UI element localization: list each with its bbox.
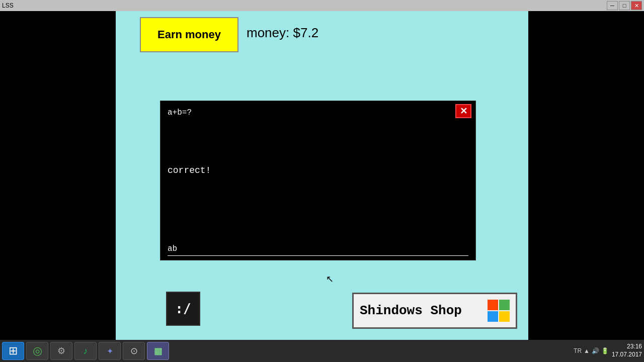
taskbar-lss-button[interactable]: ▦ bbox=[147, 342, 169, 360]
taskbar-right: TR ▲ 🔊 🔋 23:16 17.07.2017 bbox=[574, 343, 642, 358]
taskbar-start-button[interactable]: ⊞ bbox=[2, 342, 24, 360]
title-bar-left: LSS bbox=[2, 2, 14, 9]
main-area: Earn money money: $7.2 ✕ a+b=? correct! … bbox=[116, 11, 528, 340]
steam-icon: ⚙ bbox=[57, 345, 65, 356]
shindows-shop-label: Shindows Shop bbox=[360, 303, 462, 318]
start-icon: ⊞ bbox=[9, 344, 18, 357]
window-title: LSS bbox=[2, 2, 14, 9]
title-bar-controls: ─ □ ✕ bbox=[607, 1, 642, 10]
taskbar-discord-button[interactable]: ✦ bbox=[99, 342, 121, 360]
clock-time: 23:16 bbox=[612, 343, 642, 351]
lss-icon: ▦ bbox=[154, 345, 163, 356]
earn-money-button[interactable]: Earn money bbox=[140, 17, 238, 52]
taskbar-chrome-button[interactable]: ◎ bbox=[26, 342, 48, 360]
taskbar-spotify-button[interactable]: ♪ bbox=[74, 342, 97, 360]
bottom-left-icon[interactable]: :/ bbox=[166, 292, 200, 326]
terminal-window: ✕ a+b=? correct! ab bbox=[160, 101, 476, 260]
money-display: money: $7.2 bbox=[247, 25, 318, 41]
shindows-logo bbox=[488, 300, 510, 322]
terminal-input-area: ab bbox=[168, 244, 468, 256]
logo-quadrant-1 bbox=[488, 300, 498, 310]
taskbar: ⊞ ◎ ⚙ ♪ ✦ ⊙ ▦ TR ▲ 🔊 🔋 23:16 17.07.2017 bbox=[0, 340, 644, 362]
sidebar-left bbox=[0, 11, 116, 340]
spotify-icon: ♪ bbox=[84, 346, 88, 356]
terminal-question: a+b=? bbox=[168, 108, 192, 117]
terminal-input-text: ab bbox=[168, 244, 468, 253]
logo-quadrant-4 bbox=[499, 311, 510, 322]
clock-date: 17.07.2017 bbox=[612, 351, 642, 359]
maximize-button[interactable]: □ bbox=[619, 1, 630, 10]
shindows-shop-button[interactable]: Shindows Shop bbox=[352, 293, 517, 329]
close-button[interactable]: ✕ bbox=[631, 1, 642, 10]
taskbar-app1-button[interactable]: ⊙ bbox=[123, 342, 145, 360]
title-bar: LSS ─ □ ✕ bbox=[0, 0, 644, 11]
locale-indicator: TR bbox=[574, 347, 582, 354]
terminal-symbol: :/ bbox=[175, 301, 191, 316]
volume-icon: 🔊 bbox=[592, 347, 599, 354]
terminal-close-button[interactable]: ✕ bbox=[455, 104, 471, 118]
taskbar-clock: 23:16 17.07.2017 bbox=[612, 343, 642, 358]
taskbar-system-icons: TR ▲ 🔊 🔋 bbox=[574, 347, 609, 354]
terminal-correct-message: correct! bbox=[168, 165, 211, 175]
battery-icon: 🔋 bbox=[601, 347, 609, 354]
logo-quadrant-3 bbox=[488, 311, 498, 322]
discord-icon: ✦ bbox=[107, 346, 113, 356]
sidebar-right bbox=[528, 11, 644, 340]
mouse-cursor: ↖ bbox=[326, 274, 334, 285]
logo-quadrant-2 bbox=[499, 300, 510, 310]
minimize-button[interactable]: ─ bbox=[607, 1, 618, 10]
terminal-input-underline bbox=[168, 255, 468, 256]
taskbar-steam-button[interactable]: ⚙ bbox=[50, 342, 72, 360]
chrome-icon: ◎ bbox=[33, 344, 42, 357]
network-icon: ▲ bbox=[584, 347, 590, 354]
app1-icon: ⊙ bbox=[130, 345, 138, 356]
